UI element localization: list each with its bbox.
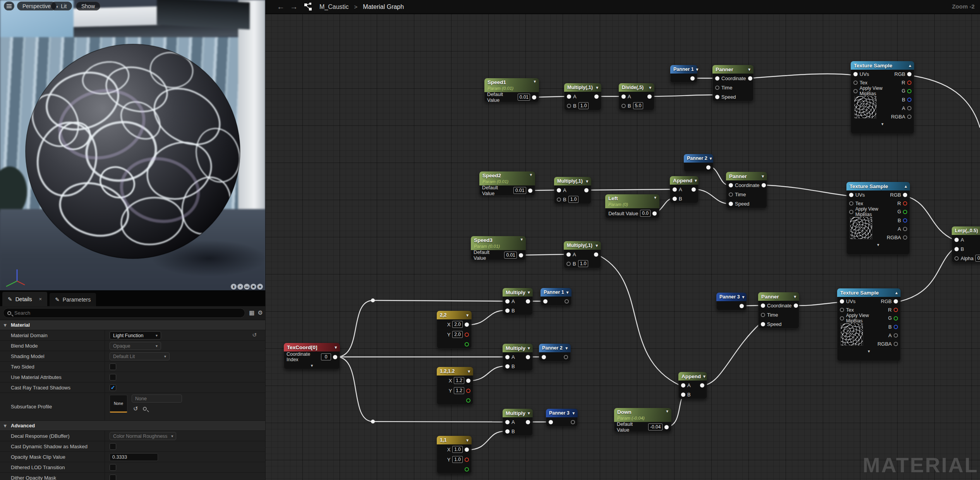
browse-asset-icon[interactable] xyxy=(143,407,147,411)
node-divide[interactable]: Divide(,5)▾ A B5.0 xyxy=(619,83,654,110)
input-pin-a[interactable] xyxy=(505,355,510,359)
output-pin[interactable] xyxy=(565,299,569,303)
collapse-chevron-icon[interactable]: ▾ xyxy=(654,195,656,200)
input-pin-speed[interactable] xyxy=(715,95,719,99)
input-pin-mipbias[interactable] xyxy=(853,89,858,93)
input-pin-a[interactable] xyxy=(673,187,677,192)
collapse-chevron-icon[interactable]: ▾ xyxy=(563,346,568,351)
collapse-chevron-icon[interactable]: ▾ xyxy=(525,411,530,416)
default-value-input[interactable]: 0.01 xyxy=(513,187,526,194)
node-speed3[interactable]: Speed3Param (0.01)▾ Default Value0.01 xyxy=(471,236,526,260)
input-pin-a[interactable] xyxy=(557,188,561,192)
forward-arrow-icon[interactable]: → xyxy=(290,2,298,11)
output-pin[interactable] xyxy=(594,252,598,257)
output-pin[interactable] xyxy=(794,303,798,308)
output-pin-g[interactable] xyxy=(465,342,469,346)
collapse-chevron-icon[interactable]: ▾ xyxy=(525,346,530,351)
collapse-chevron-icon[interactable]: ▴ xyxy=(893,290,898,295)
tab-details[interactable]: ✎ Details × xyxy=(2,292,47,306)
input-pin[interactable] xyxy=(549,420,553,424)
output-pin[interactable] xyxy=(647,94,652,99)
breadcrumb-asset[interactable]: M_Caustic xyxy=(319,3,349,10)
collapse-chevron-icon[interactable]: ▾ xyxy=(746,67,750,72)
collapse-chevron-icon[interactable]: ▾ xyxy=(332,345,337,350)
collapse-chevron-icon[interactable]: ▾ xyxy=(692,178,697,183)
expand-chevron-icon[interactable]: ▾ xyxy=(284,362,340,369)
input-pin-b[interactable] xyxy=(621,104,626,108)
collapse-chevron-icon[interactable]: ▾ xyxy=(759,174,764,179)
preview-cube-icon[interactable]: ◼ xyxy=(251,284,256,290)
output-pin[interactable] xyxy=(762,183,766,187)
cast-dynamic-shadow-checkbox[interactable] xyxy=(110,443,116,450)
output-pin[interactable] xyxy=(519,253,523,257)
use-material-attributes-checkbox[interactable] xyxy=(110,374,116,381)
node-panner3-declaration[interactable]: Panner 3▾ xyxy=(546,409,578,427)
collapse-chevron-icon[interactable]: ▾ xyxy=(593,243,598,248)
input-pin-speed[interactable] xyxy=(761,322,765,326)
node-constant-1-1[interactable]: 1,1▾ X1.0 Y1.0 xyxy=(437,436,472,474)
dither-opacity-checkbox[interactable] xyxy=(110,475,116,480)
input-pin-a[interactable] xyxy=(681,383,685,387)
collapse-chevron-icon[interactable]: ▾ xyxy=(464,438,469,443)
input-pin-uvs[interactable] xyxy=(853,72,858,76)
input-pin-b[interactable] xyxy=(566,262,571,266)
output-pin[interactable] xyxy=(526,355,530,359)
output-pin-b[interactable] xyxy=(907,98,911,102)
collapse-chevron-icon[interactable]: ▾ xyxy=(465,369,470,374)
node-append-a[interactable]: Append▾ A B xyxy=(670,176,699,203)
output-pin-rgba[interactable] xyxy=(903,235,907,240)
node-left-param[interactable]: LeftParam (0)▾ Default Value0.0 xyxy=(605,194,659,218)
collapse-chevron-icon[interactable]: ▾ xyxy=(520,237,523,242)
collapse-chevron-icon[interactable]: ▾ xyxy=(464,313,469,318)
search-input[interactable] xyxy=(14,310,241,316)
input-pin-b[interactable] xyxy=(954,247,959,251)
preview-mesh-icon[interactable]: ◆ xyxy=(257,284,263,290)
input-pin-speed[interactable] xyxy=(729,202,733,206)
output-pin[interactable] xyxy=(528,189,532,193)
input-pin-a[interactable] xyxy=(505,299,510,303)
input-pin-mipbias[interactable] xyxy=(849,210,853,214)
preview-viewport[interactable]: Perspective ◐Lit Show ▮ ● ▬ ◼ ◆ xyxy=(0,0,265,290)
output-pin[interactable] xyxy=(526,299,530,303)
output-pin-g[interactable] xyxy=(894,316,898,321)
collapse-chevron-icon[interactable]: ▾ xyxy=(694,67,699,72)
node-speed1[interactable]: Speed1Param (0.01)▾ Default Value0.01 xyxy=(484,78,539,102)
output-pin[interactable] xyxy=(333,355,337,359)
input-pin-tex[interactable] xyxy=(853,81,858,85)
output-pin-rg[interactable] xyxy=(465,322,469,327)
output-pin[interactable] xyxy=(706,165,711,170)
output-pin-r[interactable] xyxy=(907,81,911,85)
input-pin-b[interactable] xyxy=(505,429,510,434)
node-texture-sample-3[interactable]: Texture Sample▴ UVsRGB TexR Apply View M… xyxy=(837,288,901,361)
output-pin-rg[interactable] xyxy=(466,379,470,383)
node-texture-sample-2[interactable]: Texture Sample▴ UVsRGB TexR Apply View M… xyxy=(846,182,910,255)
output-pin-r[interactable] xyxy=(465,458,469,462)
collapse-chevron-icon[interactable]: ▾ xyxy=(570,411,575,416)
input-pin-a[interactable] xyxy=(567,94,571,99)
input-pin-b[interactable] xyxy=(673,197,677,201)
input-pin-time[interactable] xyxy=(761,313,765,317)
input-pin-b[interactable] xyxy=(567,104,571,108)
output-pin[interactable] xyxy=(526,420,530,424)
output-pin-b[interactable] xyxy=(894,325,898,329)
collapse-chevron-icon[interactable]: ▾ xyxy=(791,294,796,299)
viewport-menu-button[interactable] xyxy=(4,2,14,10)
node-speed2[interactable]: Speed2Param (0.01)▾ Default Value0.01 xyxy=(479,171,535,195)
collapse-chevron-icon[interactable]: ▾ xyxy=(701,374,705,379)
input-pin-b[interactable] xyxy=(505,364,510,369)
perspective-button[interactable]: Perspective xyxy=(17,2,56,10)
node-multiply-mid[interactable]: Multiply(,1)▾ A B1.0 xyxy=(554,177,591,204)
output-pin-a[interactable] xyxy=(903,227,907,231)
node-panner1-usage[interactable]: Panner 1▾ xyxy=(670,65,697,83)
node-panner-mid[interactable]: Panner▾ Coordinate Time Speed xyxy=(726,172,767,208)
collapse-chevron-icon[interactable]: ▴ xyxy=(902,184,907,189)
expand-chevron-icon[interactable]: ▾ xyxy=(851,121,914,128)
output-pin-rgb[interactable] xyxy=(894,299,898,303)
input-pin[interactable] xyxy=(542,355,546,359)
input-pin-a[interactable] xyxy=(954,238,959,242)
node-multiply-top[interactable]: Multiply(,1)▾ A B1.0 xyxy=(564,83,601,110)
collapse-chevron-icon[interactable]: ▾ xyxy=(740,295,745,300)
input-pin-time[interactable] xyxy=(715,86,719,90)
input-pin-b[interactable] xyxy=(557,197,561,202)
dithered-lod-checkbox[interactable] xyxy=(110,464,116,471)
